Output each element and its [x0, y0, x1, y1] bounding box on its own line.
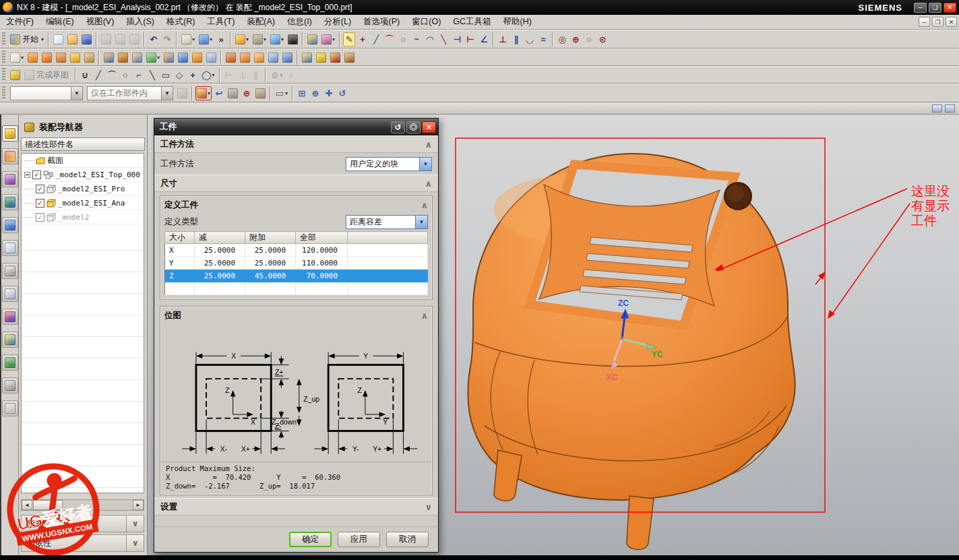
offset-face-button[interactable] [315, 51, 328, 65]
arc-tool-button[interactable]: ⌒ [383, 32, 396, 46]
paste-button[interactable] [128, 32, 141, 46]
dropdown-arrow-icon[interactable]: ▾ [210, 36, 212, 42]
work-layer-button[interactable] [306, 32, 319, 46]
unite-button[interactable] [102, 51, 115, 65]
circle-tool-button[interactable]: ○ [397, 32, 409, 46]
dropdown-arrow-icon[interactable]: ▾ [192, 36, 195, 42]
snap-point-button[interactable]: ▾ [195, 86, 212, 100]
view-cube-button[interactable]: ▾ [269, 32, 285, 46]
materials-tab[interactable] [2, 377, 18, 394]
toolbar-overflow-button[interactable]: » [215, 32, 227, 46]
save-button[interactable] [80, 32, 93, 46]
edge-blend-button[interactable] [224, 51, 237, 65]
tree-row-model2[interactable]: _model2 [22, 210, 144, 224]
chevron-up-icon[interactable]: ∧ [425, 179, 432, 189]
menu-item-tools[interactable]: 工具(T) [201, 15, 241, 29]
dropdown-arrow-icon[interactable]: ▾ [21, 55, 24, 61]
drag-handle-button[interactable] [254, 86, 267, 100]
sketch-button[interactable] [9, 68, 22, 82]
menu-item-assemblies[interactable]: 装配(A) [241, 15, 281, 29]
move-face-button[interactable] [301, 51, 313, 65]
sphere-button[interactable] [205, 51, 218, 65]
chamfer-line-button[interactable]: ╲ [437, 32, 450, 46]
dialog-close-icon[interactable]: ✕ [422, 121, 436, 133]
menu-item-insert[interactable]: 插入(S) [120, 15, 160, 29]
trim-curve-button[interactable]: ⊣ [451, 32, 463, 46]
sketch-rectangle-button[interactable]: ▭ [160, 68, 172, 82]
zoom-button[interactable]: ⊕ [309, 86, 321, 100]
apply-button[interactable]: 应用 [338, 532, 380, 547]
point-tool-button[interactable]: + [357, 32, 369, 46]
shell-button[interactable] [343, 51, 356, 65]
menu-item-format[interactable]: 格式(R) [160, 15, 201, 29]
menu-item-gc-toolbox[interactable]: GC工具箱 [447, 15, 497, 29]
menu-item-edit[interactable]: 编辑(E) [40, 15, 80, 29]
constraint-display-button[interactable]: ⊙▾ [269, 68, 284, 82]
tree-expander-icon[interactable] [24, 172, 30, 178]
sketch-task-button[interactable]: ▾ [180, 32, 196, 46]
dropdown-arrow-icon[interactable]: ▾ [157, 55, 160, 61]
csys-display-button[interactable]: ▾ [234, 32, 250, 46]
marquee-select-button[interactable]: ▭▾ [274, 86, 289, 100]
line-tool-button[interactable]: ╱ [370, 32, 382, 46]
tree-row-analysis-part[interactable]: _model2_ESI_Ana [22, 196, 144, 210]
component-checkbox[interactable] [32, 170, 41, 179]
size-table[interactable]: 大小 减 附加 全部 X25.0000 25.0000120.0000 Y25.… [164, 231, 428, 295]
section-settings-header[interactable]: 设置 ∨ [154, 498, 438, 516]
replace-face-button[interactable] [329, 51, 342, 65]
table-row-y[interactable]: Y25.0000 25.0000110.0000 [165, 257, 428, 270]
sketch-point-button[interactable]: + [187, 68, 199, 82]
make-symmetric-button[interactable]: ∥ [250, 68, 262, 82]
menu-item-help[interactable]: 帮助(H) [497, 15, 538, 29]
process-studio-tab[interactable] [2, 286, 18, 302]
assembly-scope-button[interactable] [176, 86, 189, 100]
object-display-button[interactable]: ▾ [320, 32, 336, 46]
navigator-preview-panel[interactable]: 预览 ∨ [21, 515, 144, 532]
clock-history-tab[interactable] [2, 263, 18, 279]
chevron-up-icon[interactable]: ∧ [425, 139, 432, 150]
internet-browser-tab[interactable] [2, 217, 18, 233]
dropdown-arrow-icon[interactable]: ▾ [246, 36, 249, 42]
chevron-down-icon[interactable]: ∨ [425, 502, 432, 512]
derived-circle-button[interactable]: ⊕ [569, 32, 582, 46]
menu-item-file[interactable]: 文件(F) [0, 15, 40, 29]
menu-item-window[interactable]: 窗口(O) [406, 15, 447, 29]
window-close-button[interactable]: ✕ [943, 3, 956, 13]
finish-sketch-button[interactable]: 完成草图 [23, 68, 72, 82]
menu-item-analysis[interactable]: 分析(L) [318, 15, 357, 29]
dropdown-arrow-icon[interactable]: ▾ [332, 36, 335, 42]
spline-tool-button[interactable]: ~ [410, 32, 423, 46]
scrollbar-thumb[interactable] [33, 500, 63, 510]
mirror-curve-button[interactable]: ∥ [510, 32, 522, 46]
block-button[interactable] [162, 51, 175, 65]
spare-tab[interactable] [2, 400, 18, 416]
toolbar-grip[interactable] [2, 51, 5, 64]
component-checkbox[interactable] [36, 185, 44, 193]
cylinder-button[interactable] [177, 51, 189, 65]
menu-item-preferences[interactable]: 首选项(P) [357, 15, 406, 29]
dropdown-arrow-icon[interactable]: ▼ [161, 87, 173, 100]
snap-pencil-button[interactable]: ✎ [343, 32, 355, 46]
shaded-view-button[interactable] [286, 32, 299, 46]
copy-button[interactable] [114, 32, 127, 46]
constraint-navigator-tab[interactable] [2, 148, 18, 164]
datum-plane-button[interactable]: ▾ [145, 51, 161, 65]
dropdown-arrow-icon[interactable]: ▾ [264, 36, 266, 42]
extrude-button[interactable] [26, 51, 39, 65]
child-minimize-button[interactable]: ─ [919, 17, 930, 27]
dropdown-arrow-icon[interactable]: ▾ [280, 72, 283, 78]
back-button[interactable]: ↩ [213, 86, 225, 100]
define-group-header[interactable]: 定义工件 ∧ [164, 197, 428, 212]
sheet-operation-button[interactable]: ▾ [9, 51, 25, 65]
dropdown-arrow-icon[interactable]: ▼ [71, 87, 82, 100]
chevron-down-icon[interactable]: ∨ [126, 516, 144, 532]
hole-button[interactable] [55, 51, 67, 65]
geometric-constraint-button[interactable]: ⊥ [237, 68, 249, 82]
ok-button[interactable]: 确定 [289, 532, 332, 547]
part-info-button[interactable]: ▾ [197, 32, 214, 46]
boss-button[interactable] [69, 51, 82, 65]
draft-button[interactable] [253, 51, 266, 65]
dropdown-arrow-icon[interactable]: ▾ [41, 36, 44, 42]
undo-button[interactable]: ↶ [148, 32, 160, 46]
open-file-button[interactable] [66, 32, 79, 46]
